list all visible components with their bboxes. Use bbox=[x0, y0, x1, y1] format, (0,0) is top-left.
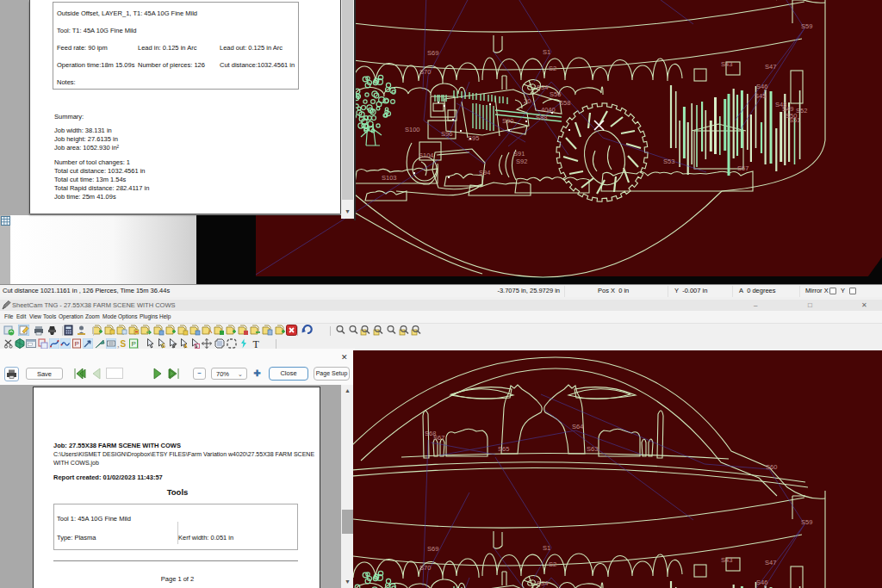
svg-text:T: T bbox=[253, 338, 260, 349]
svg-text:P: P bbox=[75, 340, 79, 348]
svg-text:,: , bbox=[117, 339, 120, 349]
svg-text:S: S bbox=[121, 339, 127, 349]
svg-text:S: S bbox=[162, 343, 166, 349]
svg-text:P: P bbox=[132, 340, 136, 348]
